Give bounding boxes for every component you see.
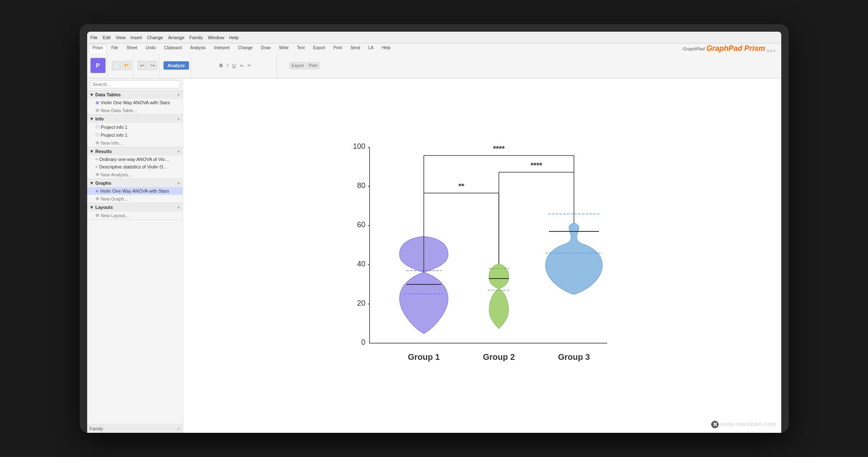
ribbon-tab-clipboard[interactable]: Clipboard bbox=[160, 44, 186, 53]
ribbon-tab-la[interactable]: LA bbox=[365, 44, 377, 53]
sidebar-layouts-header[interactable]: ▼ Layouts + bbox=[87, 203, 183, 211]
ribbon-tab-export[interactable]: Export bbox=[309, 44, 329, 53]
menu-edit[interactable]: Edit bbox=[103, 35, 111, 40]
menu-file[interactable]: File bbox=[91, 35, 98, 40]
descriptive-result-label: Descriptive statistics of Violin One Way… bbox=[99, 164, 170, 169]
group2-label: Group 2 bbox=[483, 352, 515, 362]
results-label: ▼ Results bbox=[90, 149, 112, 154]
violin-graph-label: Violin One Way ANOVA with Stars bbox=[100, 188, 169, 193]
family-expand-icon: + bbox=[177, 426, 180, 431]
sidebar-graphs-header[interactable]: ▼ Graphs + bbox=[87, 179, 183, 187]
svg-text:100: 100 bbox=[352, 142, 365, 151]
sidebar-anova-result[interactable]: ≡ Ordinary one-way ANOVA of Violin One..… bbox=[87, 156, 183, 163]
sidebar-violin-table[interactable]: ▦ Violin One Way ANOVA with Stars bbox=[87, 99, 183, 106]
new-analysis-label: New Analysis... bbox=[101, 172, 132, 177]
sidebar-info: ▼ Info + ⓘ Project info 1 ⓘ Project info… bbox=[87, 115, 183, 147]
ribbon-prism-section: P bbox=[89, 54, 108, 77]
ribbon-tab-prism[interactable]: Prism bbox=[89, 44, 107, 53]
laptop-screen: File Edit View Insert Change Arrange Fam… bbox=[87, 32, 781, 433]
menu-insert[interactable]: Insert bbox=[131, 35, 142, 40]
main-content: ▼ Data Tables + ▦ Violin One Way ANOVA w… bbox=[87, 78, 781, 433]
export-button[interactable]: Export bbox=[289, 62, 306, 69]
ribbon-analyze-section: Analyze bbox=[162, 54, 191, 77]
sidebar-violin-graph[interactable]: ◈ Violin One Way ANOVA with Stars bbox=[87, 187, 183, 195]
layouts-label: ▼ Layouts bbox=[90, 205, 113, 210]
project-info-1-label: Project info 1 bbox=[101, 125, 128, 130]
analyze-button[interactable]: Analyze bbox=[164, 61, 189, 70]
ribbon-tab-help[interactable]: Help bbox=[378, 44, 394, 53]
sidebar-results-header[interactable]: ▼ Results + bbox=[87, 147, 183, 156]
svg-text:60: 60 bbox=[357, 221, 365, 229]
sidebar-new-table[interactable]: ⊕ New Data Table... bbox=[87, 106, 183, 114]
new-button[interactable]: 📄 bbox=[112, 61, 121, 70]
sidebar-descriptive-result[interactable]: ≡ Descriptive statistics of Violin One W… bbox=[87, 163, 183, 171]
sidebar-data-tables: ▼ Data Tables + ▦ Violin One Way ANOVA w… bbox=[87, 90, 183, 115]
layouts-expand: + bbox=[177, 205, 180, 210]
menu-help[interactable]: Help bbox=[229, 35, 239, 40]
svg-text:0: 0 bbox=[361, 338, 365, 347]
svg-text:****: **** bbox=[530, 161, 542, 170]
new-layout-label: New Layout... bbox=[101, 213, 129, 218]
prism-logo: GraphPad GraphPad Prism 9.0.0 bbox=[683, 44, 780, 53]
plus-icon-graph: ⊕ bbox=[96, 196, 99, 201]
menu-window[interactable]: Window bbox=[208, 35, 224, 40]
ribbon-tab-sheet[interactable]: Sheet bbox=[123, 44, 141, 53]
ribbon-tab-write[interactable]: Write bbox=[275, 44, 292, 53]
new-table-label: New Data Table... bbox=[101, 108, 137, 113]
ribbon-tab-file[interactable]: File bbox=[108, 44, 122, 53]
ribbon-tab-text[interactable]: Text bbox=[293, 44, 308, 53]
ribbon-file-section: 📄 📂 bbox=[110, 54, 133, 77]
menu-view[interactable]: View bbox=[116, 35, 126, 40]
sidebar-graphs: ▼ Graphs + ◈ Violin One Way ANOVA with S… bbox=[87, 179, 183, 203]
graphs-expand: + bbox=[177, 181, 180, 186]
sidebar-project-info-2[interactable]: ⓘ Project info 1 bbox=[87, 131, 183, 139]
ribbon-tab-draw[interactable]: Draw bbox=[257, 44, 274, 53]
plus-icon-layout: ⊕ bbox=[96, 213, 99, 218]
anova-result-label: Ordinary one-way ANOVA of Violin One... bbox=[99, 157, 170, 162]
ribbon-text-section: B I U x₂ x² bbox=[194, 54, 277, 77]
ribbon-tab-undo[interactable]: Undo bbox=[142, 44, 159, 53]
ribbon-tab-change[interactable]: Change bbox=[234, 44, 257, 53]
open-button[interactable]: 📂 bbox=[122, 61, 131, 70]
graphpad-label: GraphPad bbox=[683, 46, 705, 51]
sidebar-new-layout[interactable]: ⊕ New Layout... bbox=[87, 211, 183, 219]
version-label: 9.0.0 bbox=[767, 49, 775, 53]
sidebar-data-tables-header[interactable]: ▼ Data Tables + bbox=[87, 90, 183, 99]
svg-text:40: 40 bbox=[357, 260, 365, 268]
project-info-2-label: Project info 1 bbox=[101, 133, 128, 138]
laptop-frame: File Edit View Insert Change Arrange Fam… bbox=[80, 24, 789, 433]
svg-text:20: 20 bbox=[357, 299, 365, 307]
new-graph-label: New Graph... bbox=[101, 196, 128, 201]
ribbon-tab-interpret[interactable]: Interpret bbox=[210, 44, 233, 53]
superscript-button[interactable]: x² bbox=[246, 63, 253, 68]
print-button[interactable]: Print bbox=[307, 62, 320, 69]
sidebar-new-analysis[interactable]: ⊕ New Analysis... bbox=[87, 171, 183, 178]
menu-change[interactable]: Change bbox=[147, 35, 163, 40]
chart-container: 100 80 60 40 20 bbox=[340, 135, 624, 377]
bold-button[interactable]: B bbox=[218, 62, 224, 69]
violin-group3 bbox=[545, 223, 602, 294]
sidebar-new-info[interactable]: ⊕ New Info... bbox=[87, 139, 183, 147]
menu-family[interactable]: Family bbox=[189, 35, 203, 40]
ribbon-tab-print[interactable]: Print bbox=[330, 44, 346, 53]
ribbon-tabs: Prism File Sheet Undo Clipboard Analysis… bbox=[89, 44, 780, 53]
italic-button[interactable]: I bbox=[225, 62, 230, 69]
subscript-button[interactable]: x₂ bbox=[238, 63, 245, 68]
sidebar-project-info-1[interactable]: ⓘ Project info 1 bbox=[87, 123, 183, 131]
plus-icon-info: ⊕ bbox=[96, 140, 99, 146]
sidebar-new-graph[interactable]: ⊕ New Graph... bbox=[87, 195, 183, 203]
menu-arrange[interactable]: Arrange bbox=[168, 35, 184, 40]
info-icon-2: ⓘ bbox=[96, 132, 99, 138]
search-input[interactable] bbox=[90, 80, 180, 88]
ribbon-tab-send[interactable]: Send bbox=[347, 44, 364, 53]
ribbon-tab-analysis[interactable]: Analysis bbox=[186, 44, 209, 53]
group1-label: Group 1 bbox=[408, 352, 440, 362]
underline-button[interactable]: U bbox=[231, 62, 237, 69]
undo-button[interactable]: ↩ bbox=[138, 61, 147, 70]
svg-text:80: 80 bbox=[357, 181, 365, 190]
redo-button[interactable]: ↪ bbox=[148, 61, 157, 70]
sidebar-info-header[interactable]: ▼ Info + bbox=[87, 115, 183, 123]
sidebar: ▼ Data Tables + ▦ Violin One Way ANOVA w… bbox=[87, 78, 183, 433]
prism-icon[interactable]: P bbox=[91, 58, 106, 73]
ribbon-content: P 📄 📂 ↩ ↪ Analy bbox=[89, 54, 780, 77]
